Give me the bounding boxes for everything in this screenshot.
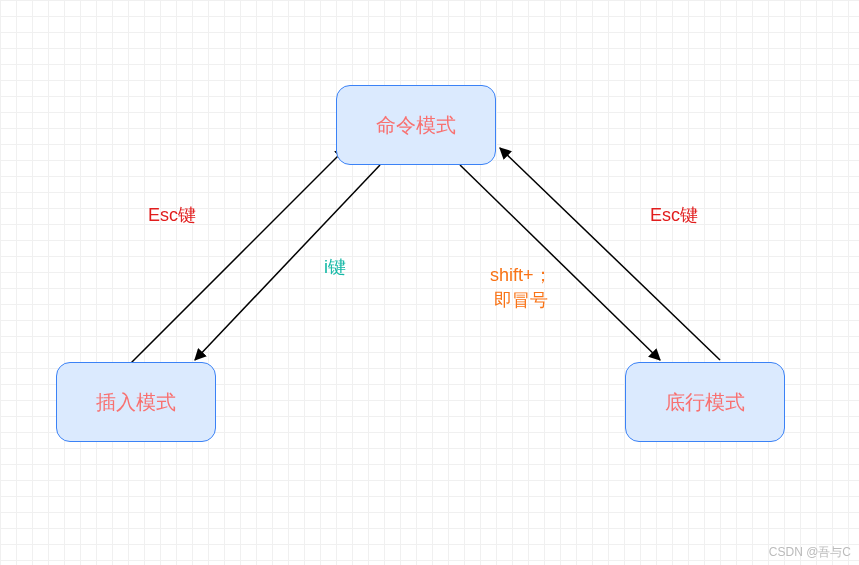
node-lastline-mode: 底行模式	[625, 362, 785, 442]
watermark: CSDN @吾与C	[769, 544, 851, 561]
edge-command-to-insert	[195, 165, 380, 360]
node-command-mode: 命令模式	[336, 85, 496, 165]
node-label: 插入模式	[96, 389, 176, 416]
label-i-key: i键	[324, 255, 346, 279]
node-label: 底行模式	[665, 389, 745, 416]
node-insert-mode: 插入模式	[56, 362, 216, 442]
edge-lastline-to-command	[500, 148, 720, 360]
edge-insert-to-command	[130, 148, 346, 364]
label-esc-right: Esc键	[650, 203, 698, 227]
label-esc-left: Esc键	[148, 203, 196, 227]
node-label: 命令模式	[376, 112, 456, 139]
label-shift-colon: shift+； 即冒号	[490, 263, 552, 313]
